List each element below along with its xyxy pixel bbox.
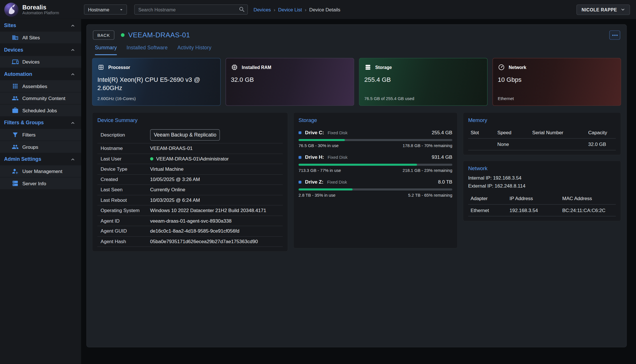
breadcrumb-link-devices[interactable]: Devices [254, 7, 271, 12]
sidebar: Sites All Sites Devices Devices Automati… [0, 19, 81, 364]
drive-row-c: Drive C: Fixed Disk 255.4 GB 76.5 GB - 3… [298, 130, 452, 148]
summary-row-agent-guid: Agent GUID de16c0c1-8aa2-4d18-9585-9ce91… [97, 226, 283, 236]
disk-stack-icon [364, 64, 372, 71]
borealis-app: Borealis Automation Platform Hostname De… [0, 0, 636, 364]
briefcase-icon [12, 107, 19, 114]
sidebar-item-assemblies[interactable]: Assemblies [0, 80, 81, 92]
stat-footer: 76.5 GB of 255.4 GB used [364, 96, 414, 101]
chevron-up-icon [70, 71, 76, 77]
drive-used: 76.5 GB - 30% in use [298, 143, 338, 148]
search-field-select-value: Hostname [88, 7, 110, 12]
detail-panels: Device Summary Description Hostname VEEA… [87, 106, 626, 252]
network-panel: Network Internal IP: 192.168.3.54 Extern… [463, 160, 621, 221]
breadcrumb-link-device-list[interactable]: Device List [278, 7, 302, 12]
device-header: BACK VEEAM-DRAAS-01 [87, 25, 626, 40]
summary-row-created: Created 10/05/2025 @ 3:26 AM [97, 174, 283, 185]
summary-row-agent-id: Agent ID veeam-draas-01-agent-svc-8930a3… [97, 216, 283, 226]
summary-row-device-type: Device Type Virtual Machine [97, 164, 283, 174]
breadcrumb-current: Device Details [309, 7, 340, 12]
stat-footer: Ethernet [498, 96, 514, 101]
stat-value: 255.4 GB [364, 76, 475, 84]
stat-card-network: Network 10 Gbps Ethernet [492, 58, 621, 106]
external-ip: External IP: 162.248.8.114 [468, 183, 616, 189]
stat-card-installed-ram: Installed RAM 32.0 GB [225, 58, 354, 106]
drive-bullet-icon [298, 131, 301, 134]
stat-title: Installed RAM [242, 65, 271, 70]
drive-remaining: 178.8 GB - 70% remaining [403, 143, 452, 148]
gauge-icon [498, 64, 505, 71]
stat-title: Processor [108, 65, 130, 70]
panel-title: Device Summary [97, 117, 283, 123]
memory-panel: Memory Slot Speed Serial Number Capacity… [463, 112, 621, 155]
breadcrumb-separator: › [305, 7, 306, 12]
tab-installed-software[interactable]: Installed Software [127, 45, 168, 55]
memory-table-header: Slot Speed Serial Number Capacity [468, 127, 616, 139]
people-icon [12, 95, 19, 102]
summary-row-last-reboot: Last Reboot 10/03/2025 @ 6:24 AM [97, 195, 283, 206]
drive-progress-fill [298, 188, 352, 190]
more-actions-button[interactable] [609, 30, 620, 40]
sidebar-item-server-info[interactable]: Server Info [0, 178, 81, 190]
device-tabs: Summary Installed Software Activity Hist… [87, 40, 626, 55]
stat-title: Network [509, 65, 526, 70]
right-column: Memory Slot Speed Serial Number Capacity… [463, 112, 621, 221]
chevron-up-icon [70, 156, 76, 162]
drive-row-h: Drive H: Fixed Disk 931.4 GB 713.3 GB - … [298, 154, 452, 173]
sidebar-section-automation[interactable]: Automation [0, 68, 81, 80]
search-input[interactable] [134, 5, 248, 15]
brand-text: Borealis Automation Platform [22, 4, 59, 15]
brand-subtitle: Automation Platform [22, 10, 59, 15]
device-details-panel: BACK VEEAM-DRAAS-01 Summary Installed So… [86, 24, 627, 347]
screen: Borealis Automation Platform Hostname De… [0, 0, 636, 364]
chevron-up-icon [70, 120, 76, 126]
sidebar-item-devices[interactable]: Devices [0, 56, 81, 68]
sidebar-item-user-management[interactable]: User Management [0, 165, 81, 178]
more-horizontal-icon [612, 34, 618, 36]
search-icon[interactable] [239, 6, 245, 13]
chevron-down-icon [118, 7, 124, 12]
user-menu-button[interactable]: NICOLE RAPPE [576, 4, 630, 15]
sidebar-item-groups[interactable]: Groups [0, 141, 81, 153]
sidebar-section-devices[interactable]: Devices [0, 44, 81, 56]
sidebar-section-filters-groups[interactable]: Filters & Groups [0, 117, 81, 129]
chevron-down-icon [620, 7, 626, 13]
search-field-select[interactable]: Hostname [84, 5, 127, 15]
devices-icon [12, 58, 19, 65]
drive-bullet-icon [298, 156, 301, 159]
drive-used: 2.8 TB - 35% in use [298, 193, 335, 198]
description-input[interactable] [150, 129, 220, 141]
drive-bullet-icon [298, 180, 301, 183]
chevron-up-icon [70, 23, 76, 29]
user-gear-icon [12, 168, 19, 175]
tab-activity-history[interactable]: Activity History [177, 45, 211, 55]
brand: Borealis Automation Platform [0, 2, 81, 17]
tab-summary[interactable]: Summary [95, 45, 117, 55]
sidebar-item-scheduled-jobs[interactable]: Scheduled Jobs [0, 105, 81, 117]
storage-panel: Storage Drive C: Fixed Disk 255.4 GB 76.… [293, 112, 458, 249]
internal-ip: Internal IP: 192.168.3.54 [468, 175, 616, 181]
device-name: VEEAM-DRAAS-01 [128, 31, 190, 39]
drive-used: 713.3 GB - 77% in use [298, 168, 341, 173]
server-icon [12, 180, 19, 187]
memory-chip-icon [231, 64, 238, 71]
content-area: BACK VEEAM-DRAAS-01 Summary Installed So… [81, 19, 636, 364]
stat-card-processor: Processor Intel(R) Xeon(R) CPU E5-2690 v… [92, 58, 221, 106]
sidebar-item-all-sites[interactable]: All Sites [0, 32, 81, 44]
filter-funnel-icon [12, 131, 19, 138]
device-online-dot [121, 33, 125, 37]
sidebar-section-sites[interactable]: Sites [0, 19, 81, 32]
online-dot [150, 157, 153, 160]
sidebar-item-filters[interactable]: Filters [0, 129, 81, 141]
search-box [134, 5, 248, 15]
drive-progress-fill [298, 139, 345, 141]
stat-value: 10 Gbps [498, 76, 608, 84]
cpu-icon [97, 64, 105, 71]
back-button[interactable]: BACK [93, 30, 114, 40]
top-bar: Borealis Automation Platform Hostname De… [0, 0, 636, 19]
drive-row-z: Drive Z: Fixed Disk 8.0 TB 2.8 TB - 35% … [298, 179, 452, 197]
brand-name: Borealis [22, 4, 59, 11]
summary-row-operating-system: Operating System Windows 10 2022 Datacen… [97, 206, 283, 216]
sidebar-section-admin-settings[interactable]: Admin Settings [0, 153, 81, 165]
panel-title: Storage [298, 117, 452, 123]
sidebar-item-community-content[interactable]: Community Content [0, 92, 81, 105]
